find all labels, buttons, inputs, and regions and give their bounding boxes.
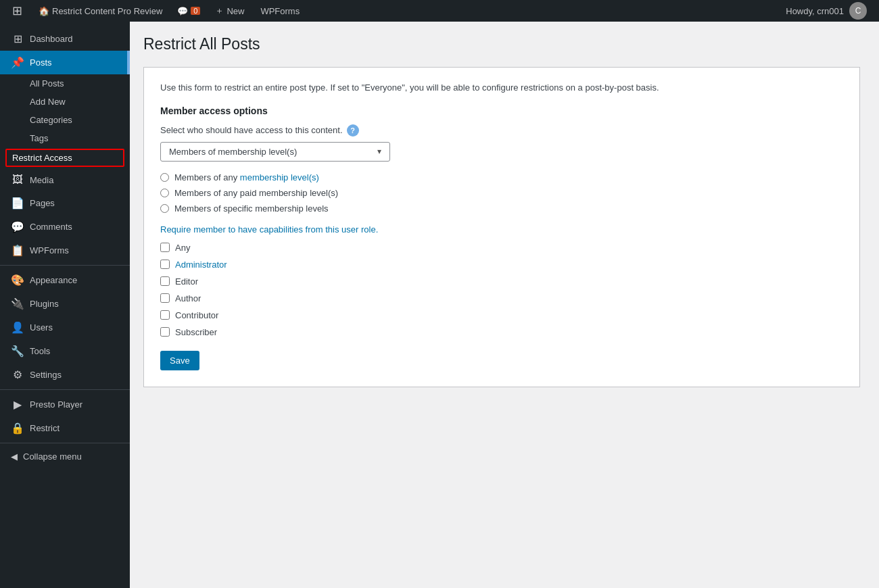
restrict-icon: 🔒: [11, 422, 24, 435]
main-content: Restrict All Posts Use this form to rest…: [130, 22, 879, 588]
checkbox-editor[interactable]: Editor: [160, 276, 843, 287]
menu-separator: [0, 265, 130, 266]
sidebar-item-label: Dashboard: [30, 34, 73, 44]
menu-separator-2: [0, 389, 130, 390]
checkbox-author[interactable]: Author: [160, 293, 843, 303]
sidebar-item-label: Posts: [30, 57, 52, 68]
checkbox-subscriber[interactable]: Subscriber: [160, 327, 843, 337]
new-content-button[interactable]: ＋ New: [208, 0, 251, 22]
radio-any-level[interactable]: Members of any membership level(s): [160, 172, 843, 182]
user-role-link[interactable]: user role: [341, 224, 376, 235]
select-label: Select who should have access to this co…: [160, 124, 843, 137]
collapse-label: Collapse menu: [23, 451, 82, 462]
sidebar-item-label: WPForms: [30, 245, 69, 255]
checkbox-contributor-label: Contributor: [175, 310, 218, 320]
wpforms-icon: 📋: [11, 244, 24, 257]
checkbox-administrator-input[interactable]: [160, 260, 170, 269]
checkbox-editor-input[interactable]: [160, 276, 170, 286]
checkbox-administrator-label: Administrator: [175, 260, 227, 270]
sidebar-item-posts[interactable]: 📌 Posts: [0, 51, 130, 74]
save-button[interactable]: Save: [160, 351, 199, 370]
settings-icon: ⚙: [11, 368, 24, 381]
sidebar-item-label: Media: [30, 175, 53, 185]
sidebar-item-appearance[interactable]: 🎨 Appearance: [0, 268, 130, 292]
radio-specific-level-label: Members of specific membership levels: [174, 203, 329, 214]
sidebar-item-tools[interactable]: 🔧 Tools: [0, 339, 130, 363]
checkbox-administrator[interactable]: Administrator: [160, 260, 843, 270]
description-text: Use this form to restrict an entire post…: [160, 81, 843, 95]
sidebar-item-label: Presto Player: [30, 399, 82, 410]
sidebar: ⊞ Dashboard 📌 Posts All Posts Add New Ca…: [0, 22, 130, 588]
sidebar-item-settings[interactable]: ⚙ Settings: [0, 363, 130, 387]
sidebar-item-label: Users: [30, 322, 53, 333]
radio-group: Members of any membership level(s) Membe…: [160, 172, 843, 214]
posts-icon: 📌: [11, 56, 24, 69]
user-info[interactable]: Howdy, crn001 C: [779, 2, 874, 20]
radio-paid-level-label: Members of any paid membership level(s): [174, 188, 338, 198]
sidebar-item-presto-player[interactable]: ▶ Presto Player: [0, 393, 130, 416]
sidebar-item-pages[interactable]: 📄 Pages: [0, 191, 130, 215]
dashboard-icon: ⊞: [11, 32, 24, 45]
sidebar-item-media[interactable]: 🖼 Media: [0, 168, 130, 191]
appearance-icon: 🎨: [11, 274, 24, 287]
sidebar-item-add-new[interactable]: Add New: [0, 93, 130, 111]
sidebar-item-restrict-access[interactable]: Restrict Access: [5, 149, 124, 167]
checkbox-author-label: Author: [175, 293, 201, 303]
comments-menu-icon: 💬: [11, 220, 24, 233]
sidebar-item-label: Settings: [30, 370, 62, 380]
checkbox-editor-label: Editor: [175, 276, 198, 287]
sidebar-item-comments[interactable]: 💬 Comments: [0, 215, 130, 239]
radio-any-level-input[interactable]: [160, 173, 169, 182]
wp-logo-icon: ⊞: [12, 3, 22, 18]
radio-paid-level-input[interactable]: [160, 189, 169, 197]
collapse-menu-button[interactable]: ◀ Collapse menu: [0, 446, 130, 467]
wpforms-label: WPForms: [260, 6, 300, 16]
radio-paid-level[interactable]: Members of any paid membership level(s): [160, 188, 843, 198]
sidebar-item-label: Appearance: [30, 275, 77, 285]
sidebar-item-users[interactable]: 👤 Users: [0, 316, 130, 339]
media-icon: 🖼: [11, 174, 24, 186]
checkbox-any-label: Any: [175, 243, 190, 253]
radio-specific-level-input[interactable]: [160, 204, 169, 213]
membership-levels-link[interactable]: membership level(s): [240, 172, 319, 182]
comment-count: 0: [191, 7, 200, 15]
capabilities-text: Require member to have capabilities from…: [160, 224, 843, 235]
sidebar-item-label: Plugins: [30, 299, 59, 309]
sidebar-item-wpforms[interactable]: 📋 WPForms: [0, 239, 130, 262]
admin-bar: ⊞ 🏠 Restrict Content Pro Review 💬 0 ＋ Ne…: [0, 0, 879, 22]
menu-separator-3: [0, 443, 130, 443]
access-dropdown[interactable]: Members of membership level(s) ▾: [160, 142, 390, 162]
content-box: Use this form to restrict an entire post…: [143, 67, 860, 387]
sidebar-item-dashboard[interactable]: ⊞ Dashboard: [0, 27, 130, 51]
checkbox-author-input[interactable]: [160, 293, 170, 303]
pages-icon: 📄: [11, 197, 24, 210]
checkbox-contributor-input[interactable]: [160, 310, 170, 320]
page-title: Restrict All Posts: [143, 35, 865, 53]
help-icon[interactable]: ?: [347, 124, 359, 137]
avatar: C: [849, 2, 867, 20]
checkbox-subscriber-label: Subscriber: [175, 327, 217, 337]
plus-icon: ＋: [215, 5, 224, 17]
comments-button[interactable]: 💬 0: [172, 6, 206, 16]
sidebar-item-label: Tools: [30, 346, 50, 356]
wpforms-admin-link[interactable]: WPForms: [254, 0, 306, 22]
checkbox-contributor[interactable]: Contributor: [160, 310, 843, 320]
sidebar-item-tags[interactable]: Tags: [0, 129, 130, 147]
site-name-link[interactable]: 🏠 Restrict Content Pro Review: [32, 0, 169, 22]
sidebar-item-categories[interactable]: Categories: [0, 111, 130, 129]
section-title: Member access options: [160, 105, 843, 116]
presto-icon: ▶: [11, 398, 24, 411]
sidebar-item-label: Restrict: [30, 423, 60, 433]
sidebar-item-restrict[interactable]: 🔒 Restrict: [0, 416, 130, 440]
collapse-icon: ◀: [11, 451, 18, 462]
wp-logo-button[interactable]: ⊞: [5, 0, 29, 22]
checkbox-any[interactable]: Any: [160, 243, 843, 253]
checkbox-any-input[interactable]: [160, 243, 170, 252]
home-icon: 🏠: [39, 6, 49, 16]
checkbox-subscriber-input[interactable]: [160, 327, 170, 337]
tools-icon: 🔧: [11, 345, 24, 358]
sidebar-item-all-posts[interactable]: All Posts: [0, 74, 130, 93]
radio-specific-level[interactable]: Members of specific membership levels: [160, 203, 843, 214]
users-icon: 👤: [11, 321, 24, 334]
sidebar-item-plugins[interactable]: 🔌 Plugins: [0, 292, 130, 316]
